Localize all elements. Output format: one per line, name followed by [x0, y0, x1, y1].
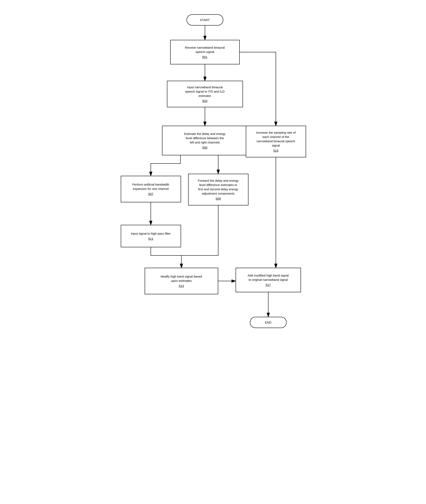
flowchart-diagram: START Receive narrowband binauralspeech …	[115, 8, 311, 478]
end-node: END	[250, 317, 287, 328]
node-515-id: 515	[273, 148, 278, 153]
node-511-id: 511	[148, 237, 153, 241]
node-513-text: Modify high band signal basedupon estima…	[161, 274, 202, 283]
end-label: END	[265, 320, 271, 324]
node-501-text: Receive narrowband binauralspeech signal	[185, 45, 225, 54]
node-515-text: Increase the sampling rate ofeach channe…	[256, 130, 295, 148]
node-505-text: Estimate the delay and energylevel diffe…	[184, 132, 226, 144]
node-501: Receive narrowband binauralspeech signal…	[170, 40, 240, 64]
node-503-text: Input narrowband binauralspeech signal t…	[185, 85, 225, 98]
node-505-id: 505	[202, 145, 207, 150]
node-511-text: Input signal to high pass filter	[131, 231, 170, 236]
node-515: Increase the sampling rate ofeach channe…	[246, 126, 306, 157]
node-503-id: 503	[202, 99, 207, 103]
node-513-id: 513	[179, 284, 184, 288]
node-509-text: Forward the delay and energylevel differ…	[198, 178, 238, 196]
node-507: Perform artificial bandwidthexpansion fo…	[121, 176, 181, 202]
node-511: Input signal to high pass filter 511	[121, 225, 181, 247]
node-509-id: 509	[216, 196, 221, 201]
start-label: START	[200, 18, 210, 22]
node-503: Input narrowband binauralspeech signal t…	[167, 81, 243, 107]
node-507-text: Perform artificial bandwidthexpansion fo…	[132, 182, 169, 191]
node-507-id: 507	[148, 192, 153, 196]
start-node: START	[186, 14, 223, 26]
node-517: Add modified high band signalto original…	[235, 268, 301, 292]
node-513: Modify high band signal basedupon estima…	[145, 268, 218, 294]
node-505: Estimate the delay and energylevel diffe…	[162, 126, 248, 155]
node-501-id: 501	[202, 55, 207, 59]
node-517-id: 517	[266, 283, 271, 287]
node-509: Forward the delay and energylevel differ…	[188, 174, 248, 205]
node-517-text: Add modified high band signalto original…	[248, 273, 289, 282]
